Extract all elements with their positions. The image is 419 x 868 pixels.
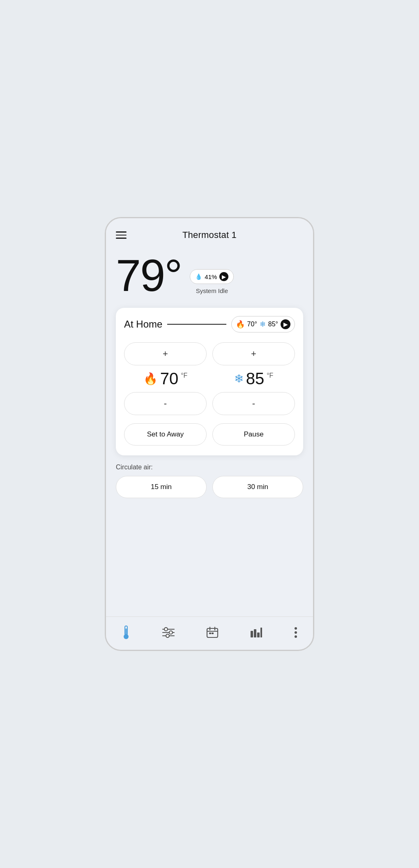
decrease-cool-button[interactable]: - (212, 392, 295, 415)
card-header: At Home 🔥 70° ❄ 85° ▶ (124, 316, 295, 332)
cool-temperature-display: ❄ 85 °F (234, 369, 274, 388)
control-card: At Home 🔥 70° ❄ 85° ▶ + 🔥 70 (116, 308, 303, 455)
thermometer-icon (122, 625, 131, 640)
heat-setpoint-value: 70 (160, 369, 179, 388)
svg-rect-17 (257, 633, 260, 637)
decrease-heat-button[interactable]: - (124, 392, 207, 415)
badge-cool-value: 85° (268, 321, 278, 328)
increase-heat-button[interactable]: + (124, 342, 207, 365)
temperature-controls: + 🔥 70 °F - + ❄ 85 °F - (124, 342, 295, 415)
temperature-info: 💧 41% ▶ System Idle (190, 253, 234, 294)
more-icon (294, 627, 297, 638)
circulate-30-button[interactable]: 30 min (212, 476, 303, 498)
badge-arrow-icon: ▶ (281, 319, 290, 329)
nav-item-stats[interactable] (245, 625, 268, 640)
cool-unit: °F (267, 372, 273, 379)
humidity-value: 41% (205, 273, 217, 280)
temp-setpoint-badge[interactable]: 🔥 70° ❄ 85° ▶ (231, 316, 295, 332)
circulate-buttons: 15 min 30 min (116, 476, 303, 498)
svg-point-6 (169, 631, 173, 634)
flame-icon: 🔥 (143, 372, 158, 386)
svg-rect-16 (254, 629, 256, 637)
temperature-section: 79° 💧 41% ▶ System Idle (116, 249, 303, 298)
heat-control-column: + 🔥 70 °F - (124, 342, 207, 415)
menu-button[interactable] (116, 231, 127, 239)
svg-point-2 (124, 634, 129, 639)
sliders-icon (162, 627, 175, 638)
set-to-away-button[interactable]: Set to Away (124, 423, 207, 446)
system-status: System Idle (190, 287, 234, 294)
bar-chart-icon (250, 627, 263, 638)
main-content: 79° 💧 41% ▶ System Idle At Home 🔥 70° (106, 245, 313, 616)
action-buttons: Set to Away Pause (124, 423, 295, 446)
heat-unit: °F (181, 372, 187, 379)
humidity-badge[interactable]: 💧 41% ▶ (190, 269, 234, 284)
nav-item-schedule[interactable] (201, 625, 223, 640)
cool-control-column: + ❄ 85 °F - (212, 342, 295, 415)
svg-rect-18 (260, 628, 262, 637)
svg-rect-1 (126, 628, 127, 635)
humidity-arrow-icon: ▶ (219, 272, 228, 281)
badge-snow-icon: ❄ (260, 320, 266, 329)
svg-point-8 (166, 634, 169, 637)
badge-flame-icon: 🔥 (236, 320, 245, 329)
drop-icon: 💧 (195, 273, 202, 280)
svg-point-19 (295, 627, 297, 630)
svg-point-21 (295, 635, 297, 638)
heat-temperature-display: 🔥 70 °F (143, 369, 188, 388)
increase-cool-button[interactable]: + (212, 342, 295, 365)
svg-rect-13 (209, 633, 211, 634)
pause-button[interactable]: Pause (212, 423, 295, 446)
nav-item-more[interactable] (289, 625, 302, 640)
circulate-15-button[interactable]: 15 min (116, 476, 207, 498)
app-header: Thermostat 1 (106, 218, 313, 245)
current-temperature: 79° (116, 253, 182, 298)
circulate-air-section: Circulate air: 15 min 30 min (116, 464, 303, 498)
mode-label: At Home (124, 319, 162, 330)
snowflake-icon: ❄ (234, 372, 244, 386)
nav-item-home[interactable] (117, 623, 136, 642)
cool-setpoint-value: 85 (246, 369, 265, 388)
page-title: Thermostat 1 (127, 230, 292, 240)
svg-rect-15 (251, 631, 253, 637)
svg-point-4 (164, 628, 168, 631)
card-divider (167, 324, 226, 325)
svg-point-20 (295, 631, 297, 634)
nav-item-settings[interactable] (157, 626, 180, 639)
bottom-navigation (106, 616, 313, 650)
calendar-icon (206, 626, 219, 639)
svg-rect-14 (212, 633, 214, 634)
badge-heat-value: 70° (247, 321, 257, 328)
circulate-label: Circulate air: (116, 464, 303, 471)
